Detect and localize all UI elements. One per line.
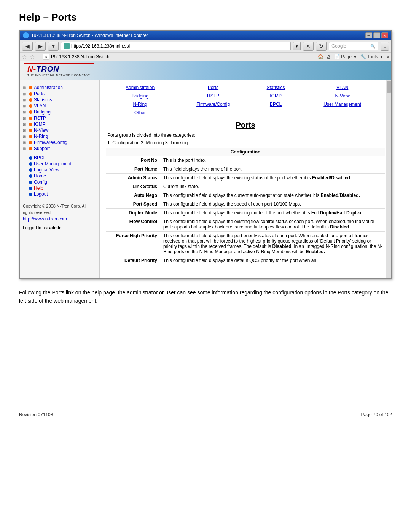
stop-button[interactable]: ✕ [303,42,314,51]
sidebar-item-config[interactable]: Config [23,179,96,185]
forward-button[interactable]: ▶ [35,42,46,51]
search-placeholder: Google [331,43,346,49]
bullet-icon [29,104,32,108]
sidebar-label-statistics: Statistics [34,97,52,102]
scrollbar[interactable] [386,80,391,278]
bullet-icon [29,110,32,114]
table-row: Flow Control: This configurable field di… [106,217,385,232]
sidebar-label-administration: Administration [34,85,63,90]
sidebar-item-rstp[interactable]: RSTP [23,115,96,121]
sidebar-item-support[interactable]: Support [23,146,96,151]
sidebar-label-logout: Logout [34,192,48,197]
sidebar-item-statistics[interactable]: Statistics [23,97,96,102]
home-icon[interactable]: 🏠 [318,54,323,59]
nav-link-firmwareconfig[interactable]: Firmware/Config [196,102,230,107]
browser-title: 192.168.1.238 N-Tron Switch - Windows In… [31,33,148,38]
browser-icon [23,32,29,38]
nav-link-statistics[interactable]: Statistics [267,85,285,90]
nav-link-nview[interactable]: N-View [335,93,349,99]
minimize-button[interactable]: ─ [365,32,372,38]
tools-button[interactable]: 🔧 Tools ▼ [360,54,384,59]
feeds-star[interactable]: ☆ [30,54,35,60]
nav-link-rstp[interactable]: RSTP [207,93,219,99]
scrollbar-thumb[interactable] [387,81,391,93]
sidebar-item-nview[interactable]: N-View [23,128,96,133]
sidebar-item-home[interactable]: Home [23,173,96,179]
nav-link-igmp[interactable]: IGMP [270,93,282,99]
table-row: Port Speed: This configurable field disp… [106,200,385,209]
logo-subtitle: THE INDUSTRIAL NETWORK COMPANY [27,73,91,77]
bullet-icon [29,86,32,89]
sidebar-item-logout[interactable]: Logout [23,192,96,197]
field-desc-adminstatus: This configurable field displays the exi… [161,174,385,182]
bullet-icon [29,156,32,160]
sidebar-label-nring: N-Ring [34,134,48,139]
print-icon[interactable]: 🖨 [327,54,331,59]
url-dropdown[interactable]: ▼ [293,42,301,50]
nav-table: Administration Ports Statistics VLAN Bri… [106,83,385,117]
refresh-button[interactable]: ↻ [316,42,327,51]
field-desc-flowcontrol: This configurable field displays the exi… [161,217,385,232]
config-table: Port No: This is the port index. Port Na… [106,156,385,265]
favicon: N [43,54,49,60]
sidebar-item-nring[interactable]: N-Ring [23,134,96,139]
field-label-adminstatus: Admin Status: [106,174,161,182]
nav-link-bpcl[interactable]: BPCL [270,102,282,107]
page-button[interactable]: 📄 Page ▼ [334,54,358,59]
sidebar-item-vlan[interactable]: VLAN [23,103,96,109]
table-row: Duplex Mode: This configurable field dis… [106,209,385,217]
sidebar-item-administration[interactable]: Administration [23,85,96,90]
bullet-icon [29,147,32,150]
browser-window: 192.168.1.238 N-Tron Switch - Windows In… [19,30,392,279]
sidebar-item-bridging[interactable]: Bridging [23,109,96,115]
bullet-icon [29,141,32,144]
close-button[interactable]: ✕ [381,32,388,38]
field-desc-portname: This field displays the name of the port… [161,165,385,174]
browser-toolbar: ☆ ☆ N 192.168.1.238 N-Tron Switch 🏠 🖨 📄 … [20,53,391,61]
nav-link-usermgmt[interactable]: User Management [323,102,361,107]
nav-link-administration[interactable]: Administration [126,85,155,90]
sidebar-item-bpcl[interactable]: BPCL [23,155,96,160]
field-desc-defaultpriority: This configurable field displays the def… [161,256,385,265]
logo-text: N-TRON [27,65,91,73]
ports-intro: Ports group is divided into three catego… [106,133,385,138]
dropdown-button[interactable]: ▼ [48,42,59,51]
field-label-flowcontrol: Flow Control: [106,217,161,232]
sidebar-label-logicalview: Logical View [34,167,59,173]
website-link[interactable]: http://www.n-tron.com [23,216,67,222]
field-label-forcehighpriority: Force High Priority: [106,232,161,256]
main-wrapper: Administration Ports Statistics VLAN Bri… [100,80,391,278]
browser-content: Administration Ports Statistics VLAN Bri… [20,80,391,278]
sidebar-item-help[interactable]: Help [23,185,96,191]
bullet-icon [29,181,32,184]
ntron-banner: N-TRON THE INDUSTRIAL NETWORK COMPANY [20,61,391,80]
bullet-icon [29,162,32,166]
search-go-button[interactable]: ⌕ [381,42,389,51]
sidebar-item-igmp[interactable]: IGMP [23,121,96,127]
field-desc-portno: This is the port index. [161,156,385,165]
nav-link-other[interactable]: Other [134,110,146,115]
sidebar-label-nview: N-View [34,128,48,133]
more-button[interactable]: » [387,55,389,59]
favorites-star[interactable]: ☆ [22,54,27,60]
titlebar-left: 192.168.1.238 N-Tron Switch - Windows In… [23,32,148,38]
sidebar-item-usermgmt[interactable]: User Management [23,161,96,166]
maximize-button[interactable]: □ [373,32,380,38]
sidebar-item-ports[interactable]: Ports [23,91,96,96]
field-desc-autoneg: This configurable field displays the cur… [161,191,385,200]
sidebar-item-logicalview[interactable]: Logical View [23,167,96,173]
copyright-line1: Copyright © 2008 N-Tron Corp. All rights… [23,204,86,215]
nav-link-vlan[interactable]: VLAN [336,85,348,90]
nav-link-bridging[interactable]: Bridging [132,93,148,99]
sidebar-label-config: Config [34,179,47,185]
search-box[interactable]: Google 🔍 [329,42,378,50]
ports-categories: 1. Configuration 2. Mirroring 3. Trunkin… [106,140,385,145]
nav-link-nring[interactable]: N-Ring [133,102,147,107]
favorites-bar-item[interactable]: N 192.168.1.238 N-Tron Switch [43,54,110,60]
back-button[interactable]: ◀ [22,42,33,51]
nav-link-ports[interactable]: Ports [208,85,218,90]
sidebar-item-firmware[interactable]: Firmware/Config [23,140,96,145]
sidebar-label-vlan: VLAN [34,103,46,109]
address-input[interactable]: http://192.168.1.238/main.ssi [61,42,291,50]
bullet-icon [29,123,32,126]
